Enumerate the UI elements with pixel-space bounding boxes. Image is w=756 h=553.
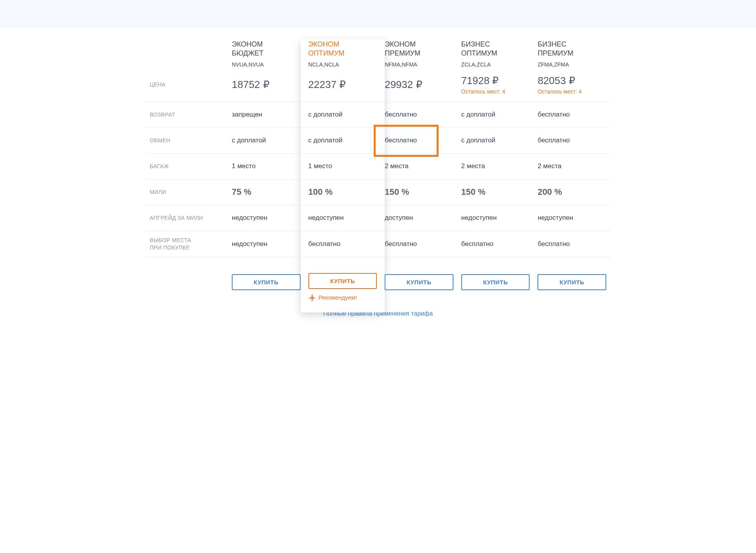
- exchange-0: с доплатой: [228, 128, 305, 154]
- refund-4: бесплатно: [534, 102, 610, 128]
- refund-3: с доплатой: [457, 102, 534, 128]
- upgrade-1: недоступен: [305, 205, 381, 231]
- plan-name: ЭКОНОМОПТИМУМ: [308, 40, 377, 58]
- plan-code: ZFMA,ZFMA: [537, 61, 606, 68]
- row-label-refund: ВОЗВРАТ: [146, 102, 228, 128]
- row-label-miles: МИЛИ: [146, 180, 228, 205]
- plan-name: ЭКОНОМБЮДЖЕТ: [232, 40, 301, 58]
- exchange-2: бесплатно: [381, 128, 457, 154]
- plan-code: NCLA,NCLA: [308, 61, 377, 68]
- plan-header-1: ЭКОНОМОПТИМУМ NCLA,NCLA: [305, 40, 381, 68]
- exchange-4: бесплатно: [534, 128, 610, 154]
- seat-4: бесплатно: [534, 231, 610, 257]
- baggage-0: 1 место: [228, 154, 305, 180]
- plan-code: NFMA,NFMA: [385, 61, 453, 68]
- plan-code: NVUA,NVUA: [232, 61, 301, 68]
- seat-1: бесплатно: [305, 231, 381, 257]
- plan-header-2: ЭКОНОМПРЕМИУМ NFMA,NFMA: [381, 40, 457, 68]
- baggage-1: 1 место: [305, 154, 381, 180]
- row-label-upgrade: АПГРЕЙД ЗА МИЛИ: [146, 205, 228, 231]
- upgrade-4: недоступен: [534, 205, 610, 231]
- buy-cell-4: КУПИТЬ: [534, 257, 610, 307]
- buy-button-4[interactable]: КУПИТЬ: [537, 274, 606, 290]
- miles-4: 200 %: [534, 180, 610, 205]
- buy-cell-0: КУПИТЬ: [228, 257, 305, 307]
- plan-header-4: БИЗНЕСПРЕМИУМ ZFMA,ZFMA: [534, 40, 610, 68]
- refund-2: бесплатно: [381, 102, 457, 128]
- upgrade-0: недоступен: [228, 205, 305, 231]
- refund-1: с доплатой: [305, 102, 381, 128]
- row-label-seat: ВЫБОР МЕСТАПРИ ПОКУПКЕ: [146, 231, 228, 257]
- plan-name: БИЗНЕСОПТИМУМ: [461, 40, 530, 58]
- price-3: 71928 ₽Осталось мест: 4: [457, 68, 534, 102]
- buy-button-2[interactable]: КУПИТЬ: [385, 274, 453, 290]
- buy-cell-2: КУПИТЬ: [381, 257, 457, 307]
- fare-comparison-table: ЭКОНОМБЮДЖЕТ NVUA,NVUA ЭКОНОМОПТИМУМ NCL…: [140, 28, 616, 325]
- miles-3: 150 %: [457, 180, 534, 205]
- plan-header-3: БИЗНЕСОПТИМУМ ZCLA,ZCLA: [457, 40, 534, 68]
- plan-header-0: ЭКОНОМБЮДЖЕТ NVUA,NVUA: [228, 40, 305, 68]
- baggage-4: 2 места: [534, 154, 610, 180]
- seat-0: недоступен: [228, 231, 305, 257]
- price-4: 82053 ₽Осталось мест: 4: [534, 68, 610, 102]
- recommend-badge: Рекомендуем!: [308, 294, 377, 302]
- miles-0: 75 %: [228, 180, 305, 205]
- miles-2: 150 %: [381, 180, 457, 205]
- buy-button-3[interactable]: КУПИТЬ: [461, 274, 530, 290]
- row-label-baggage: БАГАЖ: [146, 154, 228, 180]
- seat-3: бесплатно: [457, 231, 534, 257]
- plan-name: ЭКОНОМПРЕМИУМ: [385, 40, 453, 58]
- row-label-price: ЦЕНА: [146, 68, 228, 102]
- refund-0: запрещен: [228, 102, 305, 128]
- buy-cell-1: КУПИТЬ Рекомендуем!: [305, 257, 381, 307]
- row-label-exchange: ОБМЕН: [146, 128, 228, 154]
- buy-button-0[interactable]: КУПИТЬ: [232, 274, 301, 290]
- buy-cell-3: КУПИТЬ: [457, 257, 534, 307]
- baggage-3: 2 места: [457, 154, 534, 180]
- recommend-text: Рекомендуем!: [319, 294, 357, 301]
- buy-spacer: [146, 257, 228, 307]
- buy-button-1[interactable]: КУПИТЬ: [308, 273, 377, 289]
- plan-code: ZCLA,ZCLA: [461, 61, 530, 68]
- price-0: 18752 ₽: [228, 68, 305, 102]
- price-2: 29932 ₽: [381, 68, 457, 102]
- upgrade-2: доступен: [381, 205, 457, 231]
- miles-1: 100 %: [305, 180, 381, 205]
- price-1: 22237 ₽: [305, 68, 381, 102]
- baggage-2: 2 места: [381, 154, 457, 180]
- plane-icon: [308, 294, 316, 302]
- seat-2: бесплатно: [381, 231, 457, 257]
- top-banner: [0, 0, 756, 28]
- exchange-1: с доплатой: [305, 128, 381, 154]
- exchange-3: с доплатой: [457, 128, 534, 154]
- plan-name: БИЗНЕСПРЕМИУМ: [537, 40, 606, 58]
- upgrade-3: недоступен: [457, 205, 534, 231]
- header-spacer: [146, 40, 228, 68]
